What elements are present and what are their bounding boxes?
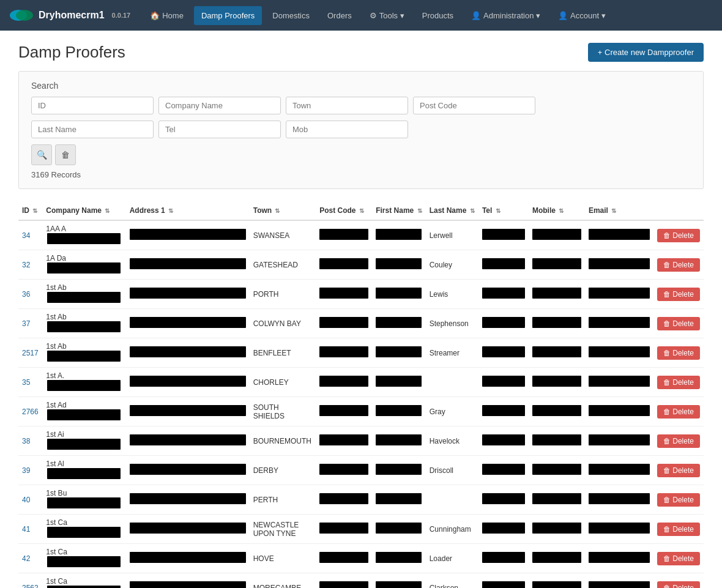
cell-id[interactable]: 38 xyxy=(18,426,42,456)
cell-mobile xyxy=(529,309,585,338)
cell-id[interactable]: 36 xyxy=(18,280,42,309)
cell-email xyxy=(585,573,653,589)
delete-button[interactable]: 🗑 Delete xyxy=(657,493,700,507)
delete-button[interactable]: 🗑 Delete xyxy=(657,376,700,389)
table-row: 321A DaGATESHEADCouley🗑 Delete xyxy=(18,250,704,280)
cell-action: 🗑 Delete xyxy=(653,544,704,573)
nav-administration[interactable]: 👤Administration ▾ xyxy=(464,6,548,25)
search-id-input[interactable] xyxy=(31,97,154,114)
delete-button[interactable]: 🗑 Delete xyxy=(657,434,700,448)
clear-button[interactable]: 🗑 xyxy=(55,144,76,165)
delete-button[interactable]: 🗑 Delete xyxy=(657,317,700,330)
cell-action: 🗑 Delete xyxy=(653,397,704,426)
delete-button[interactable]: 🗑 Delete xyxy=(657,552,700,565)
delete-button[interactable]: 🗑 Delete xyxy=(657,523,700,536)
cell-id[interactable]: 41 xyxy=(18,515,42,544)
table-row: 421st CaHOVELoader🗑 Delete xyxy=(18,544,704,573)
cell-mobile xyxy=(529,573,585,589)
cell-action: 🗑 Delete xyxy=(653,309,704,338)
cell-id[interactable]: 37 xyxy=(18,309,42,338)
cell-firstname xyxy=(372,456,425,485)
cell-town: PORTH xyxy=(250,280,316,309)
table-body: 341AA ASWANSEALerwell🗑 Delete321A DaGATE… xyxy=(18,220,704,588)
cell-id[interactable]: 2517 xyxy=(18,338,42,368)
cell-firstname xyxy=(372,544,425,573)
svg-point-1 xyxy=(16,10,33,21)
page-header: Damp Proofers + Create new Dampproofer xyxy=(18,43,704,62)
search-company-input[interactable] xyxy=(158,97,281,114)
nav-products[interactable]: Products xyxy=(415,6,461,25)
cell-town: PERTH xyxy=(250,485,316,515)
cell-town: MORECAMBE xyxy=(250,573,316,589)
cell-action: 🗑 Delete xyxy=(653,250,704,280)
cell-company: 1st Ca xyxy=(42,544,125,573)
cell-firstname xyxy=(372,397,425,426)
cell-company: 1st Ab xyxy=(42,309,125,338)
main-content: Damp Proofers + Create new Dampproofer S… xyxy=(0,31,722,588)
th-mobile[interactable]: Mobile ⇅ xyxy=(529,201,585,220)
table-row: 351st A.CHORLEY🗑 Delete xyxy=(18,368,704,397)
cell-lastname: Driscoll xyxy=(426,456,478,485)
cell-address xyxy=(126,456,250,485)
cell-firstname xyxy=(372,515,425,544)
cell-tel xyxy=(478,280,529,309)
delete-button[interactable]: 🗑 Delete xyxy=(657,258,700,272)
search-actions: 🔍 🗑 xyxy=(31,144,691,165)
cell-mobile xyxy=(529,544,585,573)
cell-id[interactable]: 34 xyxy=(18,220,42,250)
cell-mobile xyxy=(529,220,585,250)
cell-id[interactable]: 39 xyxy=(18,456,42,485)
create-dampproofer-button[interactable]: + Create new Dampproofer xyxy=(588,43,704,62)
cell-town: BENFLEET xyxy=(250,338,316,368)
search-postcode-input[interactable] xyxy=(413,97,535,114)
cell-firstname xyxy=(372,485,425,515)
nav-tools[interactable]: ⚙Tools ▾ xyxy=(362,6,412,25)
th-id[interactable]: ID ⇅ xyxy=(18,201,42,220)
nav-account[interactable]: 👤Account ▾ xyxy=(551,6,613,25)
search-town-input[interactable] xyxy=(286,97,408,114)
nav-damp-proofers[interactable]: Damp Proofers xyxy=(194,6,262,25)
cell-postcode xyxy=(316,338,372,368)
cell-firstname xyxy=(372,250,425,280)
cell-id[interactable]: 40 xyxy=(18,485,42,515)
cell-id[interactable]: 2766 xyxy=(18,397,42,426)
th-tel[interactable]: Tel ⇅ xyxy=(478,201,529,220)
cell-id[interactable]: 35 xyxy=(18,368,42,397)
th-email[interactable]: Email ⇅ xyxy=(585,201,653,220)
delete-button[interactable]: 🗑 Delete xyxy=(657,464,700,477)
cell-town: DERBY xyxy=(250,456,316,485)
cell-postcode xyxy=(316,250,372,280)
cell-postcode xyxy=(316,426,372,456)
delete-button[interactable]: 🗑 Delete xyxy=(657,288,700,301)
delete-button[interactable]: 🗑 Delete xyxy=(657,229,700,242)
cell-email xyxy=(585,309,653,338)
search-tel-input[interactable] xyxy=(158,121,281,138)
th-lastname[interactable]: Last Name ⇅ xyxy=(426,201,478,220)
cell-email xyxy=(585,368,653,397)
delete-button[interactable]: 🗑 Delete xyxy=(657,405,700,419)
cell-address xyxy=(126,338,250,368)
cell-action: 🗑 Delete xyxy=(653,280,704,309)
delete-button[interactable]: 🗑 Delete xyxy=(657,581,700,589)
th-company[interactable]: Company Name ⇅ xyxy=(42,201,125,220)
brand-logo xyxy=(9,6,34,24)
search-mob-input[interactable] xyxy=(286,121,408,138)
search-button[interactable]: 🔍 xyxy=(31,144,52,165)
search-lastname-input[interactable] xyxy=(31,121,154,138)
cell-id[interactable]: 42 xyxy=(18,544,42,573)
nav-orders[interactable]: Orders xyxy=(320,6,359,25)
cell-tel xyxy=(478,485,529,515)
th-address[interactable]: Address 1 ⇅ xyxy=(126,201,250,220)
cell-company: 1st Bu xyxy=(42,485,125,515)
th-town[interactable]: Town ⇅ xyxy=(250,201,316,220)
nav-home[interactable]: 🏠Home xyxy=(143,6,191,25)
cell-postcode xyxy=(316,485,372,515)
cell-firstname xyxy=(372,280,425,309)
cell-id[interactable]: 2562 xyxy=(18,573,42,589)
nav-domestics[interactable]: Domestics xyxy=(265,6,317,25)
cell-lastname: Streamer xyxy=(426,338,478,368)
delete-button[interactable]: 🗑 Delete xyxy=(657,346,700,360)
th-postcode[interactable]: Post Code ⇅ xyxy=(316,201,372,220)
cell-id[interactable]: 32 xyxy=(18,250,42,280)
th-firstname[interactable]: First Name ⇅ xyxy=(372,201,425,220)
